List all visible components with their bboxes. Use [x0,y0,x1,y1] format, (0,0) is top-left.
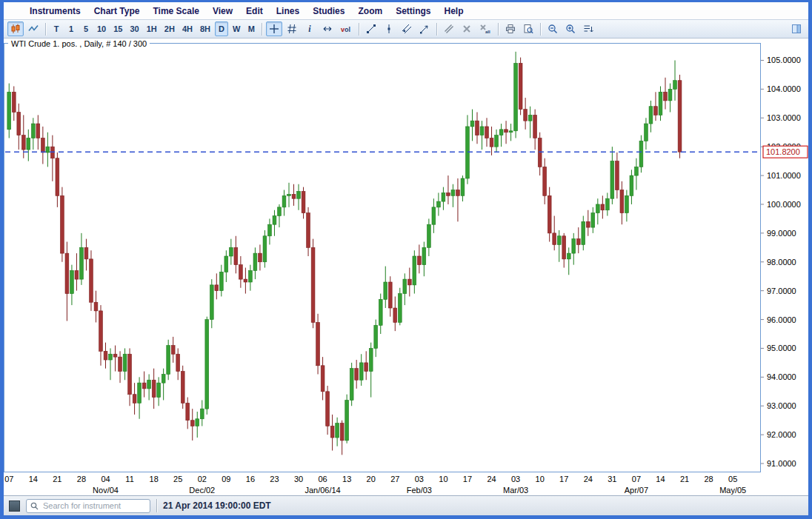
menu-instruments[interactable]: Instruments [23,4,87,18]
toolbar-label: 30 [130,24,139,33]
zoom-out-button[interactable] [545,21,561,36]
info-button[interactable]: i [302,21,318,36]
menu-studies[interactable]: Studies [306,4,351,18]
candle [678,75,682,158]
zoom-in-button[interactable] [562,21,579,36]
ray-tool-button[interactable] [416,21,433,36]
price-tick-label: 98.0000 [767,258,796,267]
chart-type-line-button[interactable] [25,21,41,36]
svg-text:all: all [485,30,490,34]
date-tick-label: 17 [463,475,472,483]
date-tick-label: 18 [150,475,159,483]
menu-view[interactable]: View [206,4,239,18]
timeframe-15m-button[interactable]: 15 [110,21,125,36]
date-tick-label: 03 [511,475,520,483]
grid-toggle-button[interactable] [284,21,300,36]
chart-title: WTI Crude 1. pos. , Daily, # 140 / 300 [8,39,150,48]
chart-type-candlestick-button[interactable] [7,21,24,36]
channel-tool-button[interactable] [399,21,415,36]
timeframe-5m-button[interactable]: 5 [79,21,93,36]
timeframe-1m-button[interactable]: 1 [64,21,78,36]
candle [398,288,402,326]
timeframe-10m-button[interactable]: 10 [94,21,109,36]
auto-scale-button[interactable] [580,21,596,36]
volume-toggle-button[interactable]: vol [337,21,355,36]
snapshot-button[interactable] [520,21,536,36]
time-axis[interactable]: 0714212804111825020916233006132027031017… [4,475,746,495]
menu-time-scale[interactable]: Time Scale [146,4,205,18]
timeframe-monthly-button[interactable]: M [244,21,258,36]
trendline-tool-button[interactable] [363,21,379,36]
chart-area[interactable]: WTI Crude 1. pos. , Daily, # 140 / 300 1… [4,38,808,495]
horizontal-scroll-button[interactable] [319,21,336,36]
timeframe-tick-button[interactable]: T [50,21,63,36]
candle [350,363,353,406]
volume-icon: vol [340,24,352,34]
menu-chart-type[interactable]: Chart Type [87,4,147,18]
month-tick-label: Feb/03 [407,486,432,495]
date-tick-label: 13 [342,475,351,483]
toolbar-label: 4H [182,24,193,33]
toolbar-label: 8H [200,24,210,33]
connection-status-indicator[interactable] [9,500,20,512]
timeframe-daily-button[interactable]: D [215,21,228,36]
price-tick-label: 97.0000 [767,287,796,295]
vertical-line-icon [384,24,394,34]
toolbar-label: W [233,24,240,33]
candle [263,230,267,268]
date-tick-label: 23 [270,475,279,483]
timeframe-8h-button[interactable]: 8H [197,21,213,36]
vertical-line-tool-button[interactable] [381,21,397,36]
timeframe-2h-button[interactable]: 2H [162,21,178,36]
candle [639,135,643,173]
candle [60,187,64,262]
date-tick-label: 24 [584,475,593,483]
delete-all-drawings-button[interactable]: all [476,21,494,36]
menu-bar: InstrumentsChart TypeTime ScaleViewEditL… [4,2,808,19]
parallel-lines-button[interactable] [441,21,457,36]
candle [90,250,93,311]
trendline-icon [366,24,376,34]
date-tick-label: 03 [415,475,424,483]
timeframe-1h-button[interactable]: 1H [144,21,160,36]
price-tick-label: 96.0000 [767,315,796,324]
toolbar-label: 15 [113,24,122,33]
crosshair-button[interactable] [266,21,282,36]
timeframe-30m-button[interactable]: 30 [127,21,142,36]
timeframe-weekly-button[interactable]: W [230,21,243,36]
date-tick-label: 14 [656,475,665,483]
month-tick-label: Mar/03 [503,486,528,495]
auto-scale-icon [583,24,593,34]
toolbar-separator [540,23,541,36]
search-input[interactable] [41,500,146,511]
toolbar-separator [359,23,359,36]
parallel-lines-icon [444,24,454,34]
price-tick-label: 101.0000 [767,171,801,180]
info-icon: i [304,24,315,34]
side-panel-toggle-button[interactable] [788,21,805,36]
instrument-search-box[interactable] [26,499,150,513]
candle [181,366,184,409]
date-tick-label: 16 [246,475,255,483]
menu-help[interactable]: Help [437,4,470,18]
last-price-tag: 101.8200 [763,146,808,158]
menu-zoom[interactable]: Zoom [351,4,389,18]
menu-lines[interactable]: Lines [270,4,306,18]
delete-drawing-button[interactable] [459,21,475,36]
print-button[interactable] [502,21,519,36]
menu-edit[interactable]: Edit [239,4,270,18]
toolbar-label: 10 [97,24,106,33]
candle [514,52,518,138]
toolbar-separator [498,23,499,36]
svg-text:i: i [309,24,312,34]
zoom-in-icon [565,24,576,34]
date-tick-label: 20 [367,475,376,483]
timeframe-4h-button[interactable]: 4H [179,21,196,36]
month-tick-label: Apr/07 [625,486,648,495]
date-tick-label: 24 [487,475,496,483]
candle [205,317,209,415]
price-axis[interactable]: 105.0000104.0000103.0000102.0000101.0000… [761,56,801,468]
crosshair-icon [269,24,279,34]
menu-settings[interactable]: Settings [389,4,437,18]
price-chart[interactable]: 105.0000104.0000103.0000102.0000101.0000… [4,38,808,495]
